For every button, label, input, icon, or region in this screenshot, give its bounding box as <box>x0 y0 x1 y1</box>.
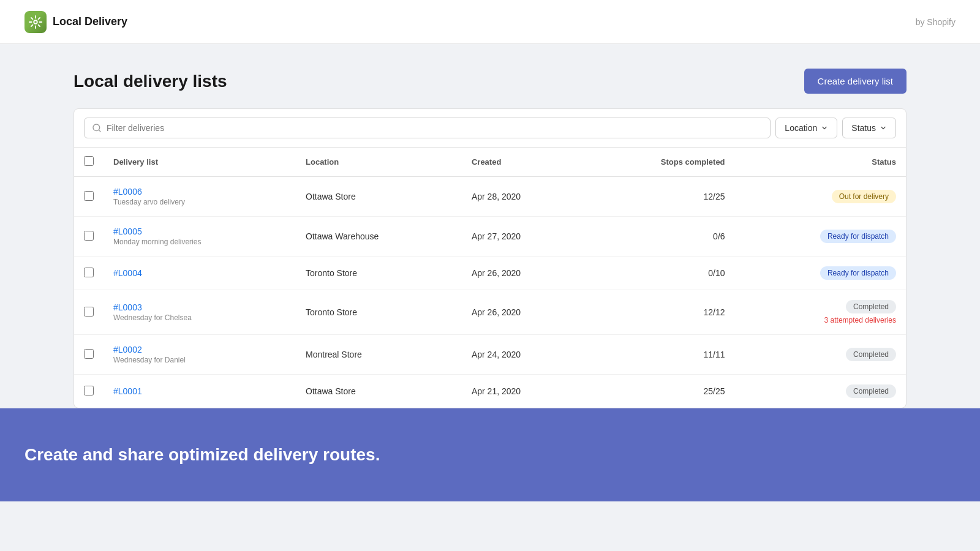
row-checkbox-cell <box>74 290 104 335</box>
search-icon <box>92 123 102 133</box>
row-checkbox-5[interactable] <box>84 386 94 395</box>
row-location: Ottawa Store <box>296 375 462 408</box>
delivery-link-4[interactable]: #L0002 <box>113 345 142 354</box>
app-title: Local Delivery <box>53 15 127 28</box>
row-created: Apr 21, 2020 <box>462 375 585 408</box>
row-stops: 12/25 <box>585 177 735 217</box>
row-created: Apr 26, 2020 <box>462 290 585 335</box>
page-header: Local delivery lists Create delivery lis… <box>74 69 907 94</box>
status-badge: Ready for dispatch <box>820 230 896 243</box>
row-checkbox-0[interactable] <box>84 191 94 201</box>
status-badge: Completed <box>846 384 896 398</box>
filter-row: Location Status <box>74 109 906 148</box>
table-row: #L0005 Monday morning deliveries Ottawa … <box>74 217 906 257</box>
col-delivery-list: Delivery list <box>104 148 296 177</box>
footer-banner-text: Create and share optimized delivery rout… <box>24 445 956 465</box>
row-status: Completed 3 attempted deliveries <box>735 290 906 335</box>
col-stops: Stops completed <box>585 148 735 177</box>
svg-line-2 <box>99 130 100 132</box>
row-stops: 11/11 <box>585 335 735 375</box>
row-location: Ottawa Warehouse <box>296 217 462 257</box>
svg-point-0 <box>34 20 37 24</box>
col-status: Status <box>735 148 906 177</box>
table-header: Delivery list Location Created Stops com… <box>74 148 906 177</box>
delivery-link-5[interactable]: #L0001 <box>113 386 142 396</box>
row-stops: 12/12 <box>585 290 735 335</box>
row-checkbox-2[interactable] <box>84 268 94 277</box>
delivery-link-0[interactable]: #L0006 <box>113 187 142 197</box>
row-status: Ready for dispatch <box>735 257 906 290</box>
delivery-table: Delivery list Location Created Stops com… <box>74 148 906 408</box>
attempted-label: 3 attempted deliveries <box>745 316 896 324</box>
table-row: #L0002 Wednesday for Daniel Montreal Sto… <box>74 335 906 375</box>
row-status: Ready for dispatch <box>735 217 906 257</box>
by-shopify-label: by Shopify <box>916 17 956 27</box>
table-row: #L0003 Wednesday for Chelsea Toronto Sto… <box>74 290 906 335</box>
header-left: Local Delivery <box>24 11 127 33</box>
delivery-link-2[interactable]: #L0004 <box>113 268 142 278</box>
delivery-link-3[interactable]: #L0003 <box>113 302 142 312</box>
col-created: Created <box>462 148 585 177</box>
row-delivery-list: #L0005 Monday morning deliveries <box>104 217 296 257</box>
row-location: Ottawa Store <box>296 177 462 217</box>
status-badge: Ready for dispatch <box>820 266 896 280</box>
row-checkbox-cell <box>74 375 104 408</box>
row-stops: 0/10 <box>585 257 735 290</box>
table-body: #L0006 Tuesday arvo delivery Ottawa Stor… <box>74 177 906 408</box>
status-badge: Completed <box>846 348 896 361</box>
app-icon <box>24 11 47 33</box>
search-input[interactable] <box>107 123 763 133</box>
row-stops: 0/6 <box>585 217 735 257</box>
row-delivery-list: #L0006 Tuesday arvo delivery <box>104 177 296 217</box>
delivery-table-card: Location Status Delivery list Location C… <box>74 108 907 408</box>
status-badge: Completed <box>846 300 896 313</box>
row-delivery-list: #L0004 <box>104 257 296 290</box>
row-delivery-list: #L0002 Wednesday for Daniel <box>104 335 296 375</box>
row-checkbox-cell <box>74 257 104 290</box>
row-location: Montreal Store <box>296 335 462 375</box>
chevron-down-icon <box>880 124 887 132</box>
row-created: Apr 26, 2020 <box>462 257 585 290</box>
row-status: Out for delivery <box>735 177 906 217</box>
row-checkbox-cell <box>74 177 104 217</box>
row-delivery-list: #L0001 <box>104 375 296 408</box>
row-stops: 25/25 <box>585 375 735 408</box>
status-badge: Out for delivery <box>832 190 896 203</box>
table-row: #L0001 Ottawa Store Apr 21, 2020 25/25 C… <box>74 375 906 408</box>
row-status: Completed <box>735 335 906 375</box>
delivery-subtitle: Wednesday for Chelsea <box>113 313 286 322</box>
row-status: Completed <box>735 375 906 408</box>
row-created: Apr 28, 2020 <box>462 177 585 217</box>
row-delivery-list: #L0003 Wednesday for Chelsea <box>104 290 296 335</box>
delivery-subtitle: Monday morning deliveries <box>113 238 286 246</box>
table-row: #L0006 Tuesday arvo delivery Ottawa Stor… <box>74 177 906 217</box>
row-checkbox-4[interactable] <box>84 349 94 359</box>
page-title: Local delivery lists <box>74 72 227 91</box>
select-all-header <box>74 148 104 177</box>
row-checkbox-cell <box>74 335 104 375</box>
col-location: Location <box>296 148 462 177</box>
row-location: Toronto Store <box>296 290 462 335</box>
row-checkbox-1[interactable] <box>84 231 94 241</box>
app-header: Local Delivery by Shopify <box>0 0 980 44</box>
location-filter-button[interactable]: Location <box>775 118 837 138</box>
create-delivery-list-button[interactable]: Create delivery list <box>804 69 907 94</box>
select-all-checkbox[interactable] <box>84 156 94 166</box>
row-created: Apr 27, 2020 <box>462 217 585 257</box>
delivery-link-1[interactable]: #L0005 <box>113 227 142 236</box>
row-location: Toronto Store <box>296 257 462 290</box>
status-filter-button[interactable]: Status <box>842 118 896 138</box>
chevron-down-icon <box>821 124 828 132</box>
delivery-subtitle: Wednesday for Daniel <box>113 356 286 364</box>
search-wrapper <box>84 118 771 138</box>
row-checkbox-cell <box>74 217 104 257</box>
row-created: Apr 24, 2020 <box>462 335 585 375</box>
footer-banner: Create and share optimized delivery rout… <box>0 408 980 501</box>
main-content: Local delivery lists Create delivery lis… <box>49 44 931 408</box>
row-checkbox-3[interactable] <box>84 307 94 317</box>
table-row: #L0004 Toronto Store Apr 26, 2020 0/10 R… <box>74 257 906 290</box>
delivery-subtitle: Tuesday arvo delivery <box>113 198 286 206</box>
